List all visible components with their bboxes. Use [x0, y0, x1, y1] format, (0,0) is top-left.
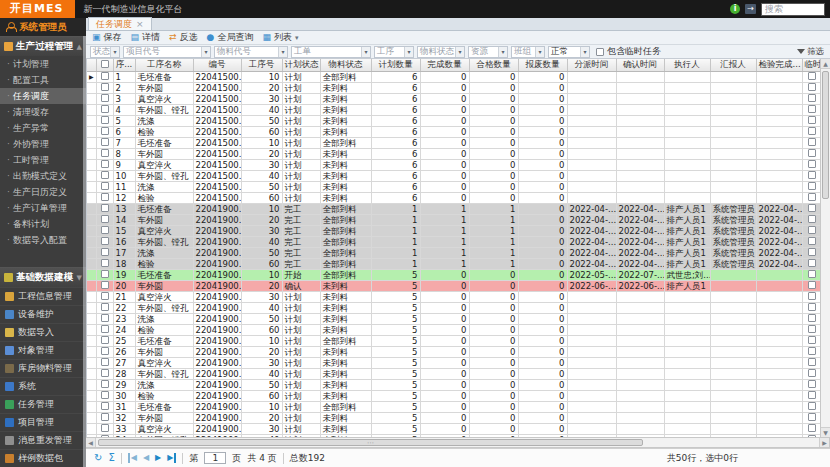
col-header[interactable]: 工序号: [241, 59, 282, 72]
col-header[interactable]: 分派时间: [567, 59, 616, 72]
table-row[interactable]: 16车外圆、镗孔22041900...40完工全部到料11102022-04-.…: [87, 237, 822, 248]
temp-task-checkbox[interactable]: [808, 303, 816, 311]
temp-task-checkbox[interactable]: [808, 193, 816, 201]
temp-task-checkbox[interactable]: [808, 358, 816, 366]
row-checkbox[interactable]: [101, 358, 109, 366]
details-button[interactable]: ▤详情: [131, 31, 161, 44]
row-checkbox[interactable]: [101, 347, 109, 355]
sidebar-module[interactable]: 任务管理: [0, 395, 86, 413]
sidebar-item[interactable]: ·备料计划: [0, 216, 86, 232]
temp-task-checkbox[interactable]: [808, 292, 816, 300]
scroll-left-icon[interactable]: ◀: [86, 438, 96, 447]
table-row[interactable]: 29洗涤22041900...50计划未到料5000: [87, 380, 822, 391]
sidebar-item[interactable]: ·清理缓存: [0, 104, 86, 120]
row-checkbox[interactable]: [101, 292, 109, 300]
collapse-arrow-icon[interactable]: ▲: [77, 43, 82, 51]
temp-task-checkbox[interactable]: [808, 171, 816, 179]
prev-page-icon[interactable]: ◀: [143, 453, 149, 463]
row-checkbox[interactable]: [101, 138, 109, 146]
temp-task-checkbox[interactable]: [808, 237, 816, 245]
table-row[interactable]: 25毛坯准备22041900...10计划全部到料5000: [87, 336, 822, 347]
sidebar-module[interactable]: 对象管理: [0, 341, 86, 359]
sidebar-item[interactable]: ·任务调度: [0, 88, 86, 104]
row-checkbox[interactable]: [101, 413, 109, 421]
temp-task-checkbox[interactable]: [808, 182, 816, 190]
col-header[interactable]: 报废数量: [518, 59, 567, 72]
row-checkbox[interactable]: [101, 127, 109, 135]
row-checkbox[interactable]: [101, 391, 109, 399]
table-row[interactable]: ▶1毛坯准备22041500...10计划全部到料6000: [87, 72, 822, 83]
table-row[interactable]: 15真空淬火22041900...30完工全部到料11102022-04-...…: [87, 226, 822, 237]
col-header[interactable]: 计划状态: [282, 59, 320, 72]
temp-task-checkbox[interactable]: [808, 336, 816, 344]
temp-task-checkbox[interactable]: [808, 281, 816, 289]
refresh-icon[interactable]: ↻: [94, 453, 102, 463]
sidebar-module[interactable]: 库房物料管理: [0, 359, 86, 377]
row-checkbox[interactable]: [101, 314, 109, 322]
sidebar-item[interactable]: ·工时管理: [0, 152, 86, 168]
save-button[interactable]: ▣保存: [92, 31, 122, 44]
temp-task-checkbox[interactable]: [808, 369, 816, 377]
table-row[interactable]: 3真空淬火22041500...30计划未到料6000: [87, 94, 822, 105]
row-checkbox[interactable]: [101, 281, 109, 289]
sidebar-item[interactable]: ·数据导入配置: [0, 232, 86, 248]
material-code-filter[interactable]: 物料代号▾: [214, 46, 288, 58]
temp-task-checkbox[interactable]: [808, 226, 816, 234]
table-row[interactable]: 11洗涤22041500...50计划未到料6000: [87, 182, 822, 193]
sidebar-section-base-data[interactable]: 基础数据建模 ▼: [0, 267, 86, 287]
temp-task-checkbox[interactable]: [808, 314, 816, 322]
col-header[interactable]: 序...: [113, 59, 135, 72]
material-state-filter[interactable]: 物料状态▾: [417, 46, 465, 58]
temp-task-checkbox[interactable]: [808, 138, 816, 146]
select-all-header[interactable]: [96, 59, 113, 72]
chevron-down-icon[interactable]: ▾: [201, 47, 210, 57]
col-header[interactable]: 工序名称: [135, 59, 193, 72]
table-row[interactable]: 9真空淬火22041500...30计划未到料6000: [87, 160, 822, 171]
table-row[interactable]: 8车外圆22041500...20计划未到料6000: [87, 149, 822, 160]
chevron-down-icon[interactable]: ▾: [110, 47, 119, 57]
sidebar-module[interactable]: 样例数据包: [0, 449, 86, 467]
sidebar-module[interactable]: 项目管理: [0, 413, 86, 431]
list-button[interactable]: ▦列表▾: [262, 31, 298, 44]
row-checkbox[interactable]: [101, 270, 109, 278]
summary-icon[interactable]: Σ: [108, 453, 114, 463]
sidebar-module[interactable]: 工程信息管理: [0, 287, 86, 305]
status-filter[interactable]: 状态▾: [90, 46, 120, 58]
row-checkbox[interactable]: [101, 171, 109, 179]
select-all-checkbox[interactable]: [101, 60, 109, 68]
temp-task-checkbox[interactable]: [808, 116, 816, 124]
row-checkbox[interactable]: [101, 226, 109, 234]
temp-task-checkbox[interactable]: [808, 149, 816, 157]
sidebar-item[interactable]: ·计划管理: [0, 56, 86, 72]
row-checkbox[interactable]: [101, 325, 109, 333]
table-row[interactable]: 22车外圆、镗孔22041900...40计划未到料5000: [87, 303, 822, 314]
temp-task-checkbox[interactable]: [808, 105, 816, 113]
chevron-down-icon[interactable]: ▾: [455, 47, 464, 57]
sidebar-item[interactable]: ·生产日历定义: [0, 184, 86, 200]
table-row[interactable]: 5洗涤22041500...50计划未到料6000: [87, 116, 822, 127]
next-page-icon[interactable]: ▶: [155, 453, 161, 463]
last-page-icon[interactable]: ▶: [167, 453, 176, 463]
filter-button[interactable]: 筛选: [797, 46, 824, 58]
temp-task-checkbox[interactable]: [808, 424, 816, 432]
col-header[interactable]: 检验完成...: [756, 59, 802, 72]
table-row[interactable]: 18检验22041900...60完工全部到料11102022-04-...20…: [87, 259, 822, 270]
chevron-down-icon[interactable]: ▾: [361, 47, 370, 57]
scroll-up-icon[interactable]: ▲: [821, 59, 830, 69]
table-row[interactable]: 4车外圆、镗孔22041500...40计划未到料6000: [87, 105, 822, 116]
sidebar-module[interactable]: 设备维护: [0, 305, 86, 323]
table-row[interactable]: 28车外圆、镗孔22041900...40计划未到料5000: [87, 369, 822, 380]
temp-task-checkbox[interactable]: [808, 72, 816, 80]
sidebar-item[interactable]: ·配置工具: [0, 72, 86, 88]
temp-task-checkbox[interactable]: [808, 259, 816, 267]
col-header[interactable]: 汇报人: [710, 59, 756, 72]
horizontal-scrollbar[interactable]: ◀ ⋯ ▶: [86, 437, 830, 448]
table-row[interactable]: 23洗涤22041900...50计划未到料5000: [87, 314, 822, 325]
close-icon[interactable]: ×: [136, 20, 144, 29]
table-row[interactable]: 19毛坯准备22041900...10开始全部到料50002022-05-...…: [87, 270, 822, 281]
global-search-button[interactable]: ●全局查询: [207, 31, 254, 44]
sidebar-item[interactable]: ·生产异常: [0, 120, 86, 136]
sidebar-item[interactable]: ·出勤模式定义: [0, 168, 86, 184]
col-header[interactable]: 合格数量: [469, 59, 518, 72]
row-checkbox[interactable]: [101, 149, 109, 157]
